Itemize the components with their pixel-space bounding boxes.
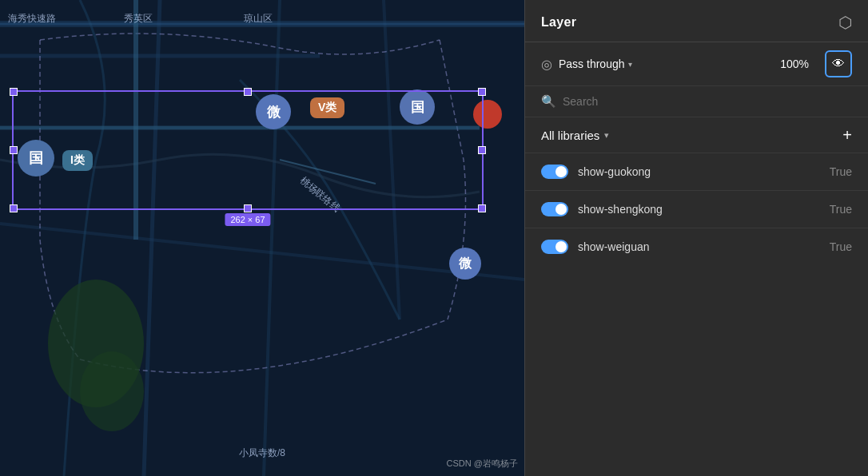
marker-wei-2: 微	[449, 248, 481, 280]
map-label-road: 海秀快速路	[8, 12, 56, 26]
search-input[interactable]	[563, 95, 852, 108]
svg-point-10	[80, 351, 144, 431]
libraries-dropdown[interactable]: All libraries ▾	[541, 129, 609, 142]
layer-icon[interactable]: ⬡	[838, 13, 852, 32]
handle-tc[interactable]	[244, 88, 252, 96]
handle-ml[interactable]	[10, 146, 18, 154]
toggle-guokong[interactable]	[541, 165, 568, 179]
variable-row-guokong: show-guokong True	[525, 153, 868, 191]
handle-mr[interactable]	[478, 146, 486, 154]
variable-name-weiguan: show-weiguan	[578, 240, 820, 253]
opacity-value: 100%	[780, 58, 809, 70]
handle-tl[interactable]	[10, 88, 18, 96]
variable-row-shengkong: show-shengkong True	[525, 191, 868, 228]
visibility-toggle-button[interactable]: 👁	[825, 50, 852, 77]
variable-name-shengkong: show-shengkong	[578, 203, 820, 216]
blend-row: ◎ Pass through ▾ 100% 👁	[525, 42, 868, 86]
map-label-bottom: 小凤寺数/8	[239, 446, 285, 460]
variable-row-weiguan: show-weiguan True	[525, 228, 868, 265]
handle-bc[interactable]	[244, 204, 252, 212]
variables-list: show-guokong True show-shengkong True sh…	[525, 153, 868, 476]
layer-panel: Layer ⬡ ◎ Pass through ▾ 100% 👁 🔍 All li…	[524, 0, 868, 476]
panel-header: Layer ⬡	[525, 0, 868, 42]
blend-mode-icon: ◎	[541, 57, 552, 72]
blend-mode-label: Pass through	[559, 58, 625, 70]
panel-title: Layer	[541, 15, 576, 30]
toggle-shengkong[interactable]	[541, 202, 568, 216]
handle-tr[interactable]	[478, 88, 486, 96]
watermark: CSDN @岩鸣杨子	[447, 458, 518, 470]
blend-mode-dropdown[interactable]: Pass through ▾	[559, 58, 774, 70]
search-row: 🔍	[525, 86, 868, 117]
variable-value-guokong: True	[830, 165, 852, 178]
libraries-chevron-icon: ▾	[604, 130, 609, 141]
variable-name-guokong: show-guokong	[578, 165, 820, 178]
add-variable-button[interactable]: +	[842, 127, 852, 143]
libraries-row: All libraries ▾ +	[525, 117, 868, 153]
variable-value-weiguan: True	[830, 240, 852, 253]
toggle-weiguan[interactable]	[541, 240, 568, 254]
search-icon: 🔍	[541, 94, 556, 109]
blend-chevron-icon: ▾	[628, 60, 632, 69]
map-label-xiuying: 秀英区	[124, 12, 153, 26]
selection-box: 262 × 67	[12, 90, 484, 210]
map-label-qiongshan: 琼山区	[244, 12, 273, 26]
eye-icon: 👁	[832, 57, 845, 71]
variable-value-shengkong: True	[830, 203, 852, 216]
handle-br[interactable]	[478, 204, 486, 212]
map-area: 海秀快速路 秀英区 琼山区 桃场联络线 小凤寺数/8 262 × 67 国 I类…	[0, 0, 524, 476]
handle-bl[interactable]	[10, 204, 18, 212]
libraries-label: All libraries	[541, 129, 599, 142]
size-label: 262 × 67	[225, 213, 270, 226]
